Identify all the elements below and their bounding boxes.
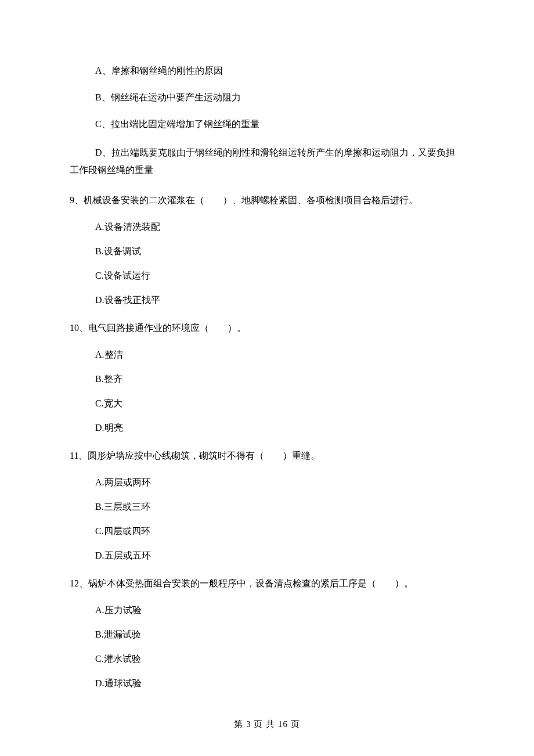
q9-option-d: D.设备找正找平 <box>70 293 464 307</box>
q10-option-c: C.宽大 <box>70 397 464 411</box>
q11-option-d: D.五层或五环 <box>70 549 464 563</box>
q11-option-a: A.两层或两环 <box>70 476 464 489</box>
q10-option-a: A.整洁 <box>70 348 464 362</box>
question-9-stem: 9、机械设备安装的二次灌浆在（ ）、地脚螺栓紧固、各项检测项目合格后进行。 <box>70 193 464 207</box>
q12-option-c: C.灌水试验 <box>70 652 464 666</box>
question-10-stem: 10、电气回路接通作业的环境应（ ）。 <box>70 321 464 335</box>
q9-option-a: A.设备清洗装配 <box>70 220 464 234</box>
option-a: A、摩擦和钢丝绳的刚性的原因 <box>70 64 464 78</box>
q12-option-b: B.泄漏试验 <box>70 628 464 642</box>
q9-option-b: B.设备调试 <box>70 244 464 258</box>
page-footer: 第 3 页 共 16 页 <box>0 718 534 731</box>
question-11-stem: 11、圆形炉墙应按中心线砌筑，砌筑时不得有（ ）重缝。 <box>70 449 464 463</box>
q12-option-a: A.压力试验 <box>70 603 464 617</box>
q12-option-d: D.通球试验 <box>70 676 464 690</box>
option-c: C、拉出端比固定端增加了钢丝绳的重量 <box>70 117 464 131</box>
option-d-line1: D、拉出端既要克服由于钢丝绳的刚性和滑轮组运转所产生的摩擦和运动阻力，又要负担 <box>70 147 455 157</box>
q11-option-c: C.四层或四环 <box>70 524 464 538</box>
page-content: A、摩擦和钢丝绳的刚性的原因 B、钢丝绳在运动中要产生运动阻力 C、拉出端比固定… <box>0 0 534 690</box>
q9-option-c: C.设备试运行 <box>70 269 464 283</box>
option-d: D、拉出端既要克服由于钢丝绳的刚性和滑轮组运转所产生的摩擦和运动阻力，又要负担 … <box>70 144 464 179</box>
option-d-line2: 工作段钢丝绳的重量 <box>70 165 153 175</box>
q10-option-d: D.明亮 <box>70 421 464 435</box>
option-b: B、钢丝绳在运动中要产生运动阻力 <box>70 91 464 105</box>
question-12-stem: 12、锅炉本体受热面组合安装的一般程序中，设备清点检查的紧后工序是（ ）。 <box>70 577 464 591</box>
q11-option-b: B.三层或三环 <box>70 500 464 514</box>
q10-option-b: B.整齐 <box>70 372 464 386</box>
